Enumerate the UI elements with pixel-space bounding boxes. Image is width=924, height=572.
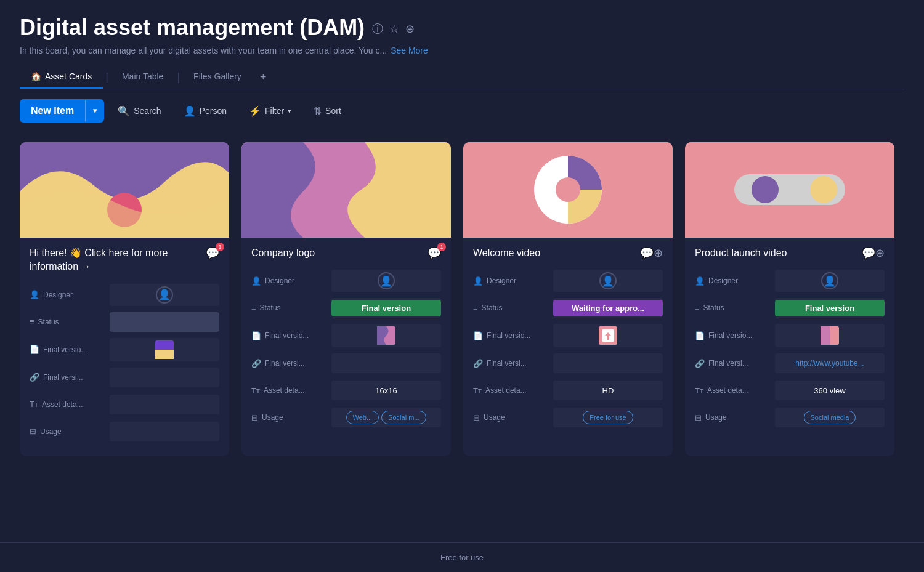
avatar-3: 👤 bbox=[599, 272, 617, 289]
card-1-comment-badge[interactable]: 💬 1 bbox=[206, 246, 219, 260]
person-button[interactable]: 👤 Person bbox=[175, 100, 235, 122]
card-1-usage-label: ⊟ Usage bbox=[30, 427, 110, 436]
tab-asset-cards[interactable]: 🏠 Asset Cards bbox=[20, 65, 103, 89]
card-3-link-value[interactable] bbox=[553, 353, 663, 373]
card-4: Product launch video 💬⊕ 👤 Designer 👤 ≡ S… bbox=[685, 142, 894, 456]
bottom-bar: Free for use bbox=[0, 542, 924, 572]
card-4-body: Product launch video 💬⊕ 👤 Designer 👤 ≡ S… bbox=[685, 238, 894, 442]
card-4-asset-detail-field: Tт Asset deta... 360 view bbox=[695, 379, 885, 401]
tag-free-for-use[interactable]: Free for use bbox=[583, 411, 633, 424]
card-4-link-value[interactable]: http://www.youtube... bbox=[775, 353, 885, 373]
star-icon[interactable]: ☆ bbox=[389, 22, 399, 36]
card-4-final-version-value[interactable] bbox=[775, 324, 885, 347]
comment-icon-4[interactable]: 💬⊕ bbox=[862, 246, 885, 260]
card-2-designer-field: 👤 Designer 👤 bbox=[251, 270, 441, 292]
card-3-final-version-label: 📄 Final versio... bbox=[473, 331, 553, 340]
card-3-designer-field: 👤 Designer 👤 bbox=[473, 270, 663, 292]
text-icon: Tт bbox=[30, 400, 38, 409]
comment-icon-3[interactable]: 💬⊕ bbox=[640, 246, 663, 260]
card-1-asset-detail-label: Tт Asset deta... bbox=[30, 400, 110, 409]
card-2-usage-value[interactable]: Web... Social m... bbox=[331, 408, 441, 427]
card-2-designer-value[interactable]: 👤 bbox=[331, 270, 441, 292]
card-2-link-value[interactable] bbox=[331, 353, 441, 373]
search-label: Search bbox=[134, 106, 161, 116]
tab-add-button[interactable]: + bbox=[253, 66, 274, 89]
card-4-link-label: 🔗 Final versi... bbox=[695, 359, 775, 368]
card-2-final-version-value[interactable] bbox=[331, 324, 441, 347]
info-icon[interactable]: ⓘ bbox=[372, 22, 383, 36]
tag-social[interactable]: Social m... bbox=[381, 411, 426, 424]
filter-label: Filter bbox=[265, 106, 284, 116]
card-4-title: Product launch video bbox=[695, 246, 787, 260]
card-2-asset-detail-value[interactable]: 16x16 bbox=[331, 381, 441, 400]
youtube-link[interactable]: http://www.youtube... bbox=[795, 359, 864, 368]
card-4-final-version-label: 📄 Final versio... bbox=[695, 331, 775, 340]
card-1-status-value[interactable] bbox=[110, 312, 219, 332]
card-1-asset-detail-field: Tт Asset deta... bbox=[30, 393, 219, 416]
card-1-usage-field: ⊟ Usage bbox=[30, 421, 219, 443]
tab-divider-1: | bbox=[105, 71, 108, 84]
card-4-asset-detail-label: Tт Asset deta... bbox=[695, 386, 775, 395]
card-1-asset-detail-value[interactable] bbox=[110, 395, 219, 414]
card-4-status-field: ≡ Status Final version bbox=[695, 297, 885, 319]
card-2-final-version-field: 📄 Final versio... bbox=[251, 324, 441, 347]
tag-web[interactable]: Web... bbox=[346, 411, 379, 424]
card-2-usage-label: ⊟ Usage bbox=[251, 413, 331, 422]
card-1-link-value[interactable] bbox=[110, 368, 219, 387]
card-1-title-row: Hi there! 👋 Click here for more informat… bbox=[30, 246, 219, 274]
sort-icon: ⇅ bbox=[314, 105, 322, 117]
card-4-usage-field: ⊟ Usage Social media bbox=[695, 406, 885, 429]
new-item-label: New Item bbox=[20, 99, 85, 123]
card-4-usage-value[interactable]: Social media bbox=[775, 408, 885, 427]
status-badge-final: Final version bbox=[331, 300, 441, 316]
card-2-title: Company logo bbox=[251, 246, 315, 260]
tab-main-table-label: Main Table bbox=[122, 71, 163, 81]
card-1-comment-count: 1 bbox=[216, 243, 224, 251]
card-4-status-label: ≡ Status bbox=[695, 304, 775, 313]
new-item-chevron-icon[interactable]: ▾ bbox=[85, 100, 104, 121]
card-3-asset-detail-field: Tт Asset deta... HD bbox=[473, 379, 663, 401]
card-4-status-value[interactable]: Final version bbox=[775, 298, 885, 318]
see-more-link[interactable]: See More bbox=[391, 46, 428, 55]
invite-icon[interactable]: ⊕ bbox=[405, 22, 415, 36]
filter-button[interactable]: ⚡ Filter ▾ bbox=[240, 100, 300, 122]
sort-button[interactable]: ⇅ Sort bbox=[305, 100, 350, 122]
card-4-usage-label: ⊟ Usage bbox=[695, 413, 775, 422]
card-2-status-label: ≡ Status bbox=[251, 304, 331, 313]
card-3-asset-detail-value[interactable]: HD bbox=[553, 381, 663, 400]
card-3-usage-field: ⊟ Usage Free for use bbox=[473, 406, 663, 429]
card-4-designer-value[interactable]: 👤 bbox=[775, 270, 885, 292]
card-3-final-version-value[interactable] bbox=[553, 324, 663, 347]
card-2-comment-badge[interactable]: 💬 1 bbox=[428, 246, 441, 260]
card-2-status-value[interactable]: Final version bbox=[331, 298, 441, 318]
card-3-usage-value[interactable]: Free for use bbox=[553, 408, 663, 427]
new-item-button[interactable]: New Item ▾ bbox=[20, 99, 104, 123]
card-4-asset-detail-value[interactable]: 360 view bbox=[775, 381, 885, 400]
card-1-usage-value[interactable] bbox=[110, 422, 219, 441]
card-1-designer-label: 👤 Designer bbox=[30, 290, 110, 299]
card-1-final-version-field: 📄 Final versio... bbox=[30, 338, 219, 361]
card-3-status-value[interactable]: Waiting for appro... bbox=[553, 298, 663, 318]
avatar: 👤 bbox=[156, 286, 173, 304]
card-4-final-version-field: 📄 Final versio... bbox=[695, 324, 885, 347]
card-2-usage-field: ⊟ Usage Web... Social m... bbox=[251, 406, 441, 429]
card-1-designer-value[interactable]: 👤 bbox=[110, 284, 219, 306]
card-3-asset-detail-label: Tт Asset deta... bbox=[473, 386, 553, 395]
card-3-thumbnail bbox=[463, 142, 673, 238]
card-2-asset-detail-label: Tт Asset deta... bbox=[251, 386, 331, 395]
card-3-designer-value[interactable]: 👤 bbox=[553, 270, 663, 292]
card-1-final-version-value[interactable] bbox=[110, 338, 219, 361]
card-1-status-label: ≡ Status bbox=[30, 317, 110, 326]
title-row: Digital asset management (DAM) ⓘ ☆ ⊕ bbox=[20, 15, 904, 41]
card-2-title-row: Company logo 💬 1 bbox=[251, 246, 441, 260]
tab-main-table[interactable]: Main Table bbox=[111, 65, 174, 89]
avatar-4: 👤 bbox=[821, 272, 838, 289]
card-1-body: Hi there! 👋 Click here for more informat… bbox=[20, 238, 229, 456]
tab-divider-2: | bbox=[177, 71, 180, 84]
tag-social-media[interactable]: Social media bbox=[804, 411, 856, 424]
card-2-comment-count: 1 bbox=[437, 243, 446, 251]
card-2-link-field: 🔗 Final versi... bbox=[251, 352, 441, 374]
tab-files-gallery[interactable]: Files Gallery bbox=[182, 65, 253, 89]
search-button[interactable]: 🔍 Search bbox=[109, 100, 169, 122]
tab-files-gallery-label: Files Gallery bbox=[193, 71, 241, 81]
